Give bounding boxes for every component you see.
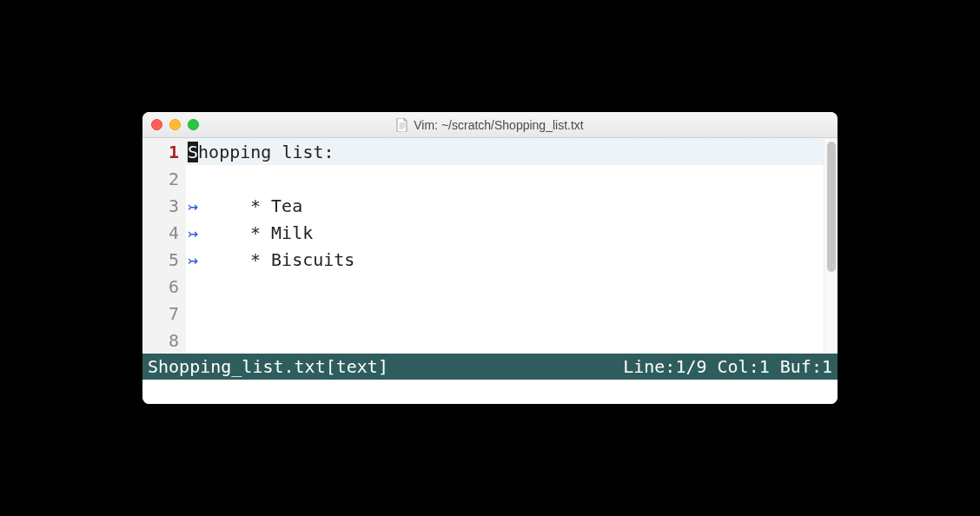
editor-line[interactable]: 7 — [142, 300, 824, 327]
title-wrap: Vim: ~/scratch/Shopping_list.txt — [142, 118, 838, 132]
line-text: hopping list: — [198, 142, 334, 162]
editor-line[interactable]: 8 — [142, 327, 824, 354]
editor-line[interactable]: 6 — [142, 273, 824, 300]
line-number: 8 — [142, 327, 186, 354]
tab-indicator-icon: ↣ — [188, 249, 198, 270]
line-number: 3 — [142, 192, 186, 219]
line-text: * Milk — [250, 222, 313, 243]
line-number: 7 — [142, 300, 186, 327]
command-line-area[interactable] — [142, 380, 838, 404]
line-number: 2 — [142, 165, 186, 192]
line-content[interactable]: Shopping list: — [186, 138, 824, 165]
status-position: Line:1/9 Col:1 Buf:1 — [623, 356, 832, 377]
line-text: * Tea — [250, 195, 302, 216]
line-content[interactable]: ↣* Milk — [186, 219, 824, 246]
line-content[interactable]: ↣* Biscuits — [186, 246, 824, 273]
tab-indicator-icon: ↣ — [188, 195, 198, 216]
cursor: S — [188, 142, 198, 162]
tab-indicator-icon: ↣ — [188, 222, 198, 243]
line-content[interactable] — [186, 300, 824, 327]
editor-line[interactable]: 5↣* Biscuits — [142, 246, 824, 273]
status-filename: Shopping_list.txt[text] — [148, 356, 388, 377]
line-text: * Biscuits — [250, 249, 354, 270]
close-button[interactable] — [151, 119, 162, 130]
line-content[interactable] — [186, 165, 824, 192]
maximize-button[interactable] — [188, 119, 199, 130]
line-number: 5 — [142, 246, 186, 273]
editor-area[interactable]: 1Shopping list:23↣* Tea4↣* Milk5↣* Biscu… — [142, 138, 838, 354]
editor-line[interactable]: 2 — [142, 165, 824, 192]
titlebar[interactable]: Vim: ~/scratch/Shopping_list.txt — [142, 112, 838, 138]
minimize-button[interactable] — [169, 119, 181, 130]
line-number: 1 — [142, 138, 186, 165]
scrollbar[interactable] — [824, 138, 838, 354]
editor-line[interactable]: 1Shopping list: — [142, 138, 824, 165]
line-content[interactable]: ↣* Tea — [186, 192, 824, 219]
statusbar: Shopping_list.txt[text] Line:1/9 Col:1 B… — [142, 354, 838, 380]
line-content[interactable] — [186, 273, 824, 300]
line-content[interactable] — [186, 327, 824, 354]
text-buffer[interactable]: 1Shopping list:23↣* Tea4↣* Milk5↣* Biscu… — [142, 138, 824, 354]
vim-window: Vim: ~/scratch/Shopping_list.txt 1Shoppi… — [142, 112, 838, 404]
line-number: 6 — [142, 273, 186, 300]
document-icon — [396, 118, 408, 132]
line-number: 4 — [142, 219, 186, 246]
editor-line[interactable]: 3↣* Tea — [142, 192, 824, 219]
traffic-lights — [151, 119, 199, 130]
editor-line[interactable]: 4↣* Milk — [142, 219, 824, 246]
window-title: Vim: ~/scratch/Shopping_list.txt — [414, 118, 583, 132]
scrollbar-thumb[interactable] — [827, 142, 836, 272]
